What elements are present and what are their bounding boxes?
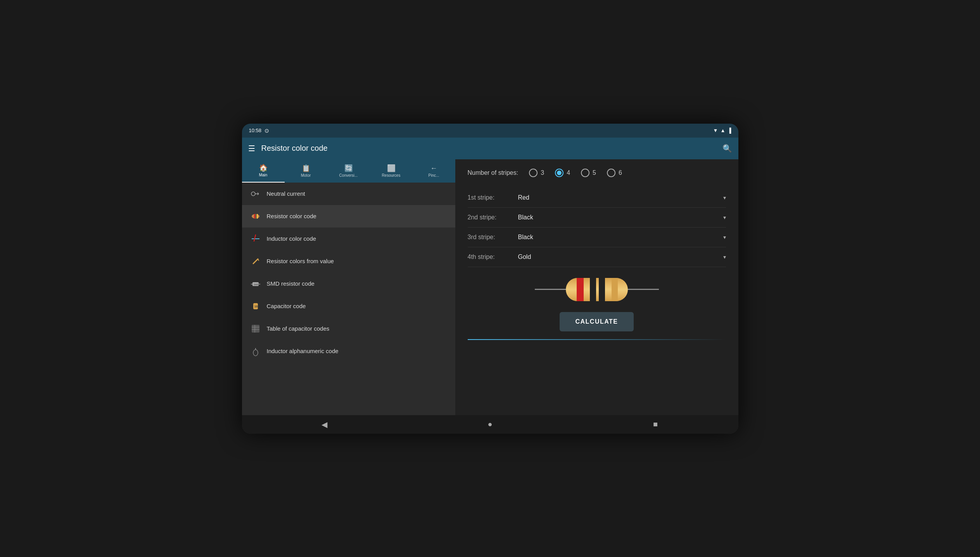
search-button[interactable]: 🔍 xyxy=(722,144,732,153)
svg-line-11 xyxy=(258,259,259,260)
svg-point-0 xyxy=(251,192,255,196)
sidebar-item-capacitor-code-label: Capacitor code xyxy=(267,303,306,309)
tab-main-label: Main xyxy=(259,173,268,177)
stripe-option-5-label: 5 xyxy=(593,169,596,176)
tab-conversi-label: Conversi... xyxy=(339,173,358,178)
svg-point-22 xyxy=(253,350,258,356)
sidebar-item-neutral-current[interactable]: Neutral current xyxy=(242,183,455,205)
tab-motor[interactable]: 📋 Motor xyxy=(285,159,327,183)
calculate-button[interactable]: CALCULATE xyxy=(560,312,633,331)
app-title: Resistor color code xyxy=(261,144,716,153)
sidebar-item-capacitor-code[interactable]: 102 Capacitor code xyxy=(242,295,455,317)
tab-resources-label: Resources xyxy=(382,173,401,178)
resistor-band-4 xyxy=(612,278,618,301)
stripe-1st-row[interactable]: 1st stripe: Red ▾ xyxy=(468,188,726,208)
stripe-1st-value: Red xyxy=(518,194,723,201)
stripe-option-6-label: 6 xyxy=(619,169,622,176)
bottom-divider xyxy=(468,339,726,340)
sidebar-item-resistor-colors-from-value-label: Resistor colors from value xyxy=(267,258,334,264)
svg-line-9 xyxy=(254,235,256,241)
tab-motor-label: Motor xyxy=(301,173,311,178)
chevron-down-icon-1[interactable]: ▾ xyxy=(723,195,726,201)
svg-text:102: 102 xyxy=(254,305,259,308)
stripe-2nd-label: 2nd stripe: xyxy=(468,214,518,221)
stripe-2nd-row[interactable]: 2nd stripe: Black ▾ xyxy=(468,208,726,228)
chevron-down-icon-2[interactable]: ▾ xyxy=(723,214,726,221)
bottom-nav: ◀ ● ■ xyxy=(242,415,738,434)
stripe-4th-label: 4th stripe: xyxy=(468,253,518,260)
radio-circle-6[interactable] xyxy=(607,169,615,177)
stripe-2nd-value: Black xyxy=(518,214,723,221)
tab-main[interactable]: 🏠 Main xyxy=(242,159,285,183)
tab-pinc[interactable]: ← Pinc... xyxy=(413,159,455,183)
resistor-band-2 xyxy=(590,278,596,301)
signal-icon: ▲ xyxy=(720,128,725,133)
stripe-option-3[interactable]: 3 xyxy=(529,169,544,177)
stripe-4th-row[interactable]: 4th stripe: Gold ▾ xyxy=(468,247,726,267)
sidebar-item-inductor-alphanumeric-code[interactable]: Inductor alphanumeric code xyxy=(242,340,455,362)
inductor-alphanumeric-code-icon xyxy=(250,345,261,357)
resistor-wire-left xyxy=(535,289,566,290)
smd-resistor-code-icon: SMD xyxy=(250,278,261,290)
table-of-capacitor-codes-icon xyxy=(250,323,261,335)
status-bar: 10:58 ⊙ ▼ ▲ ▐ xyxy=(242,124,738,138)
stripe-option-5[interactable]: 5 xyxy=(581,169,596,177)
tab-conversi[interactable]: 🔄 Conversi... xyxy=(327,159,370,183)
svg-rect-7 xyxy=(257,214,258,219)
tab-resources-icon: ⬜ xyxy=(387,164,396,172)
neutral-current-icon xyxy=(250,188,261,200)
sidebar-item-smd-resistor-code-label: SMD resistor code xyxy=(267,280,315,287)
tab-conversi-icon: 🔄 xyxy=(344,164,353,172)
resistor-wire-right xyxy=(628,289,659,290)
tab-pinc-label: Pinc... xyxy=(429,173,439,178)
stripe-3rd-value: Black xyxy=(518,234,723,241)
recent-button[interactable]: ■ xyxy=(644,417,667,432)
resistor-colors-from-value-icon xyxy=(250,255,261,267)
sidebar-item-inductor-color-code-label: Inductor color code xyxy=(267,235,316,242)
content-area: 🏠 Main 📋 Motor 🔄 Conversi... ⬜ Resources… xyxy=(242,159,738,415)
wifi-icon: ▼ xyxy=(713,128,718,133)
radio-circle-5[interactable] xyxy=(581,169,589,177)
resistor-color-code-icon xyxy=(250,210,261,222)
stripe-3rd-row[interactable]: 3rd stripe: Black ▾ xyxy=(468,228,726,247)
resistor-body xyxy=(566,278,628,301)
sidebar-item-resistor-color-code-label: Resistor color code xyxy=(267,213,316,219)
stripe-option-4-label: 4 xyxy=(567,169,570,176)
tab-resources[interactable]: ⬜ Resources xyxy=(370,159,413,183)
back-button[interactable]: ◀ xyxy=(313,417,336,432)
status-right: ▼ ▲ ▐ xyxy=(713,128,731,133)
sidebar-item-resistor-colors-from-value[interactable]: Resistor colors from value xyxy=(242,250,455,272)
chevron-down-icon-4[interactable]: ▾ xyxy=(723,254,726,260)
sidebar-item-table-of-capacitor-codes[interactable]: Table of capacitor codes xyxy=(242,317,455,340)
stripe-1st-label: 1st stripe: xyxy=(468,194,518,201)
radio-circle-4[interactable] xyxy=(555,169,563,177)
stripe-option-4[interactable]: 4 xyxy=(555,169,570,177)
tab-motor-icon: 📋 xyxy=(302,164,310,172)
time-display: 10:58 xyxy=(249,128,262,133)
battery-icon: ▐ xyxy=(728,128,731,133)
sidebar-item-table-of-capacitor-codes-label: Table of capacitor codes xyxy=(267,325,330,332)
sidebar-item-resistor-color-code[interactable]: Resistor color code xyxy=(242,205,455,228)
tablet-frame: 10:58 ⊙ ▼ ▲ ▐ ☰ Resistor color code 🔍 🏠 … xyxy=(242,124,738,434)
resistor-band-1 xyxy=(577,278,584,301)
hamburger-menu-button[interactable]: ☰ xyxy=(248,144,255,153)
sidebar: 🏠 Main 📋 Motor 🔄 Conversi... ⬜ Resources… xyxy=(242,159,455,415)
sidebar-item-smd-resistor-code[interactable]: SMD SMD resistor code xyxy=(242,272,455,295)
svg-rect-18 xyxy=(252,325,259,333)
svg-line-10 xyxy=(253,259,258,264)
chevron-down-icon-3[interactable]: ▾ xyxy=(723,234,726,240)
tab-main-icon: 🏠 xyxy=(259,164,268,172)
svg-text:SMD: SMD xyxy=(254,283,259,286)
sidebar-item-neutral-current-label: Neutral current xyxy=(267,190,305,197)
resistor-visual xyxy=(468,278,726,301)
sidebar-item-inductor-color-code[interactable]: Inductor color code xyxy=(242,228,455,250)
radio-circle-3[interactable] xyxy=(529,169,538,177)
stripe-3rd-label: 3rd stripe: xyxy=(468,234,518,241)
stripe-option-6[interactable]: 6 xyxy=(607,169,622,177)
status-left: 10:58 ⊙ xyxy=(249,128,270,134)
svg-rect-6 xyxy=(256,214,256,219)
svg-rect-5 xyxy=(254,214,255,219)
stripe-4th-value: Gold xyxy=(518,253,723,260)
main-panel: Number of stripes: 3 4 5 6 xyxy=(455,159,738,415)
home-button[interactable]: ● xyxy=(478,417,501,432)
